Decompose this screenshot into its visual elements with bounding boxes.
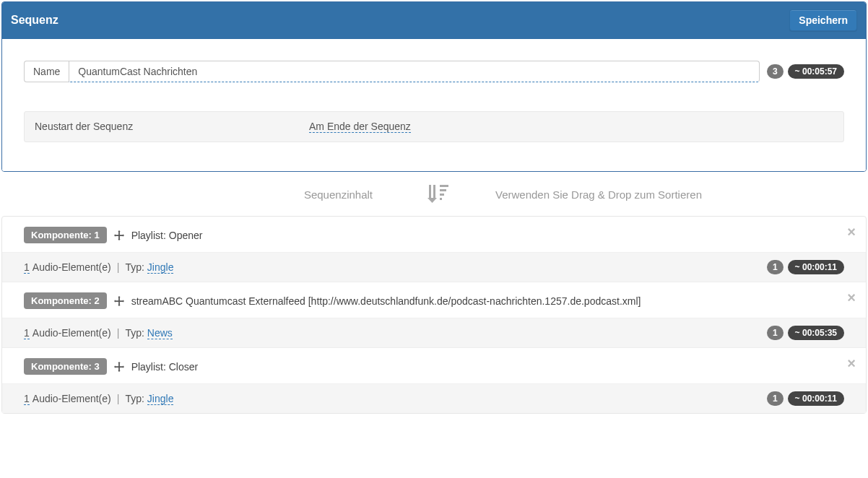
restart-row: Neustart der Sequenz Am Ende der Sequenz — [24, 111, 844, 142]
detail-left: 1 Audio-Element(e) | Typ: Jingle — [24, 261, 173, 274]
section-content-label: Sequenzinhalt — [29, 188, 423, 201]
type-value[interactable]: Jingle — [147, 393, 174, 405]
audio-count[interactable]: 1 — [24, 261, 30, 274]
audio-text: Audio-Element(e) — [32, 393, 111, 404]
components-list: Komponente: 1 Playlist: Opener × 1 Audio… — [1, 216, 867, 414]
component-header: Komponente: 1 Playlist: Opener × — [2, 217, 866, 252]
component-title: Playlist: Opener — [131, 230, 203, 241]
detail-left: 1 Audio-Element(e) | Typ: News — [24, 327, 173, 339]
section-header: Sequenzinhalt Verwenden Sie Drag & Drop … — [0, 173, 868, 216]
close-icon[interactable]: × — [847, 290, 856, 306]
name-row: Name 3 ~ 00:05:57 — [24, 61, 844, 82]
svg-rect-1 — [433, 185, 435, 198]
svg-rect-0 — [429, 185, 431, 198]
name-label: Name — [24, 61, 69, 82]
sequence-panel: Sequenz Speichern Name 3 ~ 00:05:57 Neus… — [1, 1, 867, 172]
audio-count[interactable]: 1 — [24, 393, 30, 405]
component-item: Komponente: 3 Playlist: Closer × 1 Audio… — [2, 348, 866, 413]
component-detail: 1 Audio-Element(e) | Typ: News 1 ~ 00:05… — [2, 318, 866, 347]
summary-badges: 3 ~ 00:05:57 — [767, 64, 844, 79]
pipe: | — [117, 327, 120, 339]
panel-title: Sequenz — [11, 14, 58, 27]
move-icon[interactable] — [114, 362, 124, 372]
component-count-badge: 1 — [767, 391, 784, 406]
panel-body: Name 3 ~ 00:05:57 Neustart der Sequenz A… — [2, 39, 866, 171]
type-label: Typ: — [125, 393, 144, 404]
component-badge: Komponente: 3 — [24, 358, 107, 375]
svg-rect-3 — [440, 185, 448, 187]
move-icon[interactable] — [114, 230, 124, 240]
sort-icon — [423, 183, 452, 206]
save-button[interactable]: Speichern — [789, 9, 857, 31]
close-icon[interactable]: × — [847, 355, 856, 372]
component-duration-badge: ~ 00:05:35 — [788, 326, 844, 340]
type-value[interactable]: Jingle — [147, 261, 174, 274]
type-label: Typ: — [125, 327, 144, 339]
svg-marker-2 — [428, 198, 437, 203]
component-header: Komponente: 3 Playlist: Closer × — [2, 348, 866, 383]
detail-right: 1 ~ 00:00:11 — [767, 391, 844, 406]
detail-right: 1 ~ 00:05:35 — [767, 326, 844, 340]
component-duration-badge: ~ 00:00:11 — [788, 260, 844, 274]
component-count-badge: 1 — [767, 260, 784, 274]
pipe: | — [117, 393, 120, 404]
section-hint: Verwenden Sie Drag & Drop zum Sortieren — [452, 188, 839, 201]
audio-text: Audio-Element(e) — [32, 327, 111, 339]
name-input[interactable] — [69, 61, 760, 82]
component-badge: Komponente: 1 — [24, 227, 107, 243]
audio-text: Audio-Element(e) — [32, 261, 111, 273]
type-label: Typ: — [125, 261, 144, 273]
panel-header: Sequenz Speichern — [2, 2, 866, 39]
component-count-badge: 1 — [767, 326, 784, 340]
name-input-group: Name — [24, 61, 760, 82]
move-icon[interactable] — [114, 296, 124, 306]
component-title: Playlist: Closer — [131, 361, 199, 373]
component-duration-badge: ~ 00:00:11 — [788, 391, 844, 406]
component-detail: 1 Audio-Element(e) | Typ: Jingle 1 ~ 00:… — [2, 383, 866, 413]
restart-label: Neustart der Sequenz — [35, 121, 309, 133]
restart-value[interactable]: Am Ende der Sequenz — [309, 121, 411, 133]
component-detail: 1 Audio-Element(e) | Typ: Jingle 1 ~ 00:… — [2, 252, 866, 282]
pipe: | — [117, 261, 120, 273]
svg-rect-4 — [440, 189, 446, 191]
component-item: Komponente: 1 Playlist: Opener × 1 Audio… — [2, 217, 866, 282]
close-icon[interactable]: × — [847, 224, 856, 240]
svg-rect-6 — [440, 198, 442, 200]
component-item: Komponente: 2 streamABC Quantumcast Exte… — [2, 282, 866, 348]
type-value[interactable]: News — [147, 327, 173, 339]
detail-left: 1 Audio-Element(e) | Typ: Jingle — [24, 393, 173, 405]
component-badge: Komponente: 2 — [24, 292, 107, 309]
summary-count-badge: 3 — [767, 64, 784, 79]
svg-rect-5 — [440, 194, 444, 196]
component-title: streamABC Quantumcast Externalfeed [http… — [131, 295, 641, 307]
summary-duration-badge: ~ 00:05:57 — [788, 64, 844, 79]
detail-right: 1 ~ 00:00:11 — [767, 260, 844, 274]
audio-count[interactable]: 1 — [24, 327, 30, 339]
component-header: Komponente: 2 streamABC Quantumcast Exte… — [2, 282, 866, 318]
